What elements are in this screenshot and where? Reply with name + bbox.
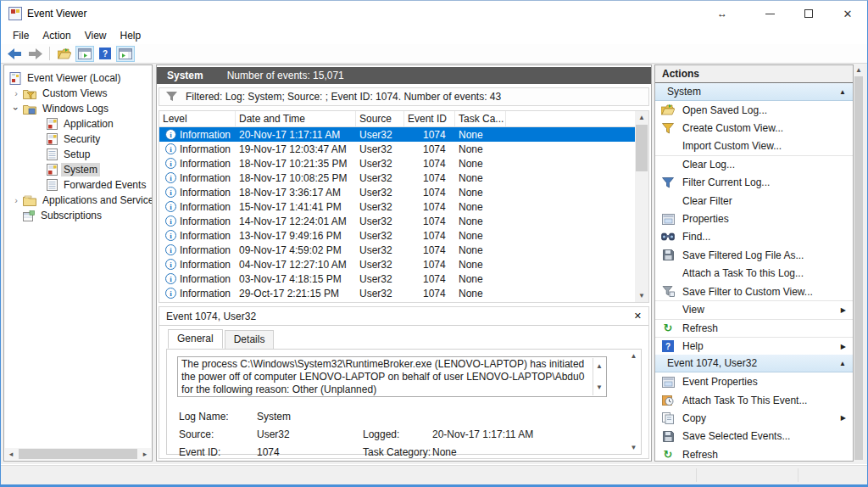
back-button[interactable] bbox=[5, 46, 24, 62]
action-help[interactable]: ?Help▶ bbox=[655, 337, 853, 355]
actions-body: System▲Open Saved Log...Create Custom Vi… bbox=[655, 83, 853, 462]
menu-help[interactable]: Help bbox=[114, 27, 148, 44]
tree-item-label: Windows Logs bbox=[40, 102, 111, 115]
action-event-properties[interactable]: Event Properties bbox=[655, 372, 853, 390]
task-category-cell: None bbox=[455, 201, 506, 213]
action-refresh[interactable]: ↻Refresh bbox=[655, 319, 853, 337]
forward-button[interactable] bbox=[25, 46, 44, 62]
action-save-filter-to-custom-view[interactable]: Save Filter to Custom View... bbox=[655, 283, 853, 300]
action-clear-filter[interactable]: Clear Filter bbox=[655, 192, 853, 210]
chevron-right-icon[interactable]: › bbox=[9, 88, 23, 98]
scroll-up-icon[interactable]: ▲ bbox=[631, 352, 637, 360]
action-filter-current-log[interactable]: Filter Current Log... bbox=[655, 174, 853, 192]
log-event-icon bbox=[47, 164, 58, 176]
tree-item-windows-logs[interactable]: ›Windows Logs bbox=[4, 101, 152, 116]
action-attach-a-task-to-this-log[interactable]: Attach a Task To this Log... bbox=[655, 265, 853, 283]
tab-details[interactable]: Details bbox=[225, 330, 275, 349]
scroll-down-icon[interactable]: ▼ bbox=[631, 444, 637, 451]
close-button[interactable]: ✕ bbox=[828, 1, 867, 26]
minimize-button[interactable] bbox=[750, 1, 789, 26]
collapse-icon[interactable]: ▲ bbox=[839, 360, 846, 367]
action-create-custom-view[interactable]: Create Custom View... bbox=[655, 119, 853, 137]
tree-horizontal-scrollbar[interactable]: ◂ ▸ bbox=[5, 448, 151, 460]
event-row[interactable]: iInformation18-Nov-17 3:36:17 AMUser3210… bbox=[159, 185, 635, 199]
tab-general[interactable]: General bbox=[168, 329, 223, 349]
action-properties[interactable]: Properties bbox=[655, 210, 853, 227]
event-row[interactable]: iInformation29-Oct-17 2:21:15 PMUser3210… bbox=[159, 286, 635, 300]
chevron-down-icon[interactable]: › bbox=[9, 104, 23, 114]
menu-file[interactable]: File bbox=[6, 27, 36, 44]
tree-item-system[interactable]: System bbox=[4, 162, 152, 177]
datetime-cell: 29-Oct-17 2:21:15 PM bbox=[236, 288, 356, 299]
tree-item-application[interactable]: Application bbox=[4, 116, 152, 132]
source-cell: User32 bbox=[356, 187, 404, 199]
information-icon: i bbox=[165, 201, 176, 212]
log-event-icon bbox=[47, 118, 58, 130]
column-header-source[interactable]: Source bbox=[356, 111, 404, 126]
close-details-icon[interactable]: ✕ bbox=[634, 311, 642, 322]
filter-notice-bar: Filtered: Log: System; Source: ; Event I… bbox=[159, 87, 649, 106]
event-row[interactable]: iInformation09-Nov-17 4:59:02 PMUser3210… bbox=[159, 243, 635, 257]
chevron-right-icon[interactable]: › bbox=[9, 195, 23, 205]
menu-action[interactable]: Action bbox=[36, 27, 77, 44]
help-button[interactable]: ? bbox=[96, 46, 114, 62]
scroll-down-icon[interactable]: ▼ bbox=[596, 381, 603, 394]
actions-section-event-1074-user32[interactable]: Event 1074, User32▲ bbox=[655, 355, 853, 372]
action-import-custom-view[interactable]: Import Custom View... bbox=[655, 137, 853, 155]
console-action-button[interactable] bbox=[116, 46, 135, 62]
console-tree-button[interactable] bbox=[75, 46, 94, 62]
action-view[interactable]: View▶ bbox=[655, 300, 853, 318]
action-find[interactable]: Find... bbox=[655, 228, 853, 246]
event-row[interactable]: iInformation18-Nov-17 10:21:35 PMUser321… bbox=[159, 156, 635, 171]
actions-section-system[interactable]: System▲ bbox=[655, 83, 853, 101]
tree-item-subscriptions[interactable]: Subscriptions bbox=[4, 208, 152, 223]
event-row[interactable]: iInformation19-Nov-17 12:03:47 AMUser321… bbox=[159, 142, 635, 156]
open-folder-button[interactable] bbox=[55, 46, 74, 62]
column-header-task-ca-[interactable]: Task Ca... bbox=[455, 111, 506, 126]
collapse-icon[interactable]: ▲ bbox=[839, 88, 846, 96]
tree-item-applications-and-services-log[interactable]: ›Applications and Services Log bbox=[4, 193, 152, 208]
events-vertical-scrollbar[interactable]: ▲ ▼ bbox=[635, 111, 648, 302]
event-id-cell: 1074 bbox=[404, 273, 455, 285]
tree-item-custom-views[interactable]: ›Custom Views bbox=[4, 86, 152, 101]
event-id-cell: 1074 bbox=[404, 143, 455, 155]
actions-vertical-scrollbar[interactable]: ▲ bbox=[854, 64, 864, 462]
console-tree-icon bbox=[78, 48, 92, 59]
scrollbar-thumb[interactable] bbox=[636, 125, 648, 171]
action-save-selected-events[interactable]: Save Selected Events... bbox=[655, 428, 853, 445]
event-row[interactable]: iInformation14-Nov-17 12:24:01 AMUser321… bbox=[159, 214, 635, 228]
details-scrollbar[interactable]: ▲▼ bbox=[627, 350, 640, 453]
scrollbar-thumb[interactable] bbox=[854, 76, 863, 460]
event-row[interactable]: iInformation15-Nov-17 1:41:41 PMUser3210… bbox=[159, 199, 635, 214]
event-row[interactable]: iInformation13-Nov-17 9:49:16 PMUser3210… bbox=[159, 228, 635, 243]
tree-item-forwarded-events[interactable]: Forwarded Events bbox=[4, 177, 152, 193]
event-row[interactable]: iInformation04-Nov-17 12:27:10 AMUser321… bbox=[159, 257, 635, 271]
scroll-up-icon[interactable]: ▲ bbox=[635, 111, 648, 124]
column-header-date-and-time[interactable]: Date and Time bbox=[236, 111, 356, 126]
event-description-box[interactable]: The process C:\Windows\System32\RuntimeB… bbox=[177, 356, 607, 397]
scroll-left-icon[interactable]: ◂ bbox=[5, 450, 17, 458]
scroll-up-icon[interactable]: ▲ bbox=[596, 360, 603, 372]
event-row[interactable]: iInformation18-Nov-17 10:08:25 PMUser321… bbox=[159, 171, 635, 185]
filter-icon bbox=[166, 92, 177, 102]
scrollbar-thumb[interactable] bbox=[19, 449, 137, 459]
action-save-filtered-log-file-as[interactable]: Save Filtered Log File As... bbox=[655, 246, 853, 264]
event-row[interactable]: iInformation20-Nov-17 1:17:11 AMUser3210… bbox=[159, 127, 635, 142]
action-attach-task-to-this-event[interactable]: Attach Task To This Event... bbox=[655, 391, 853, 409]
tree-item-security[interactable]: Security bbox=[4, 132, 152, 147]
scroll-down-icon[interactable]: ▼ bbox=[635, 289, 648, 302]
event-row[interactable]: iInformation03-Nov-17 4:18:15 PMUser3210… bbox=[159, 271, 635, 286]
column-header-level[interactable]: Level bbox=[159, 111, 236, 126]
action-refresh[interactable]: ↻Refresh bbox=[655, 445, 853, 462]
action-clear-log[interactable]: Clear Log... bbox=[655, 155, 853, 173]
tree-item-event-viewer-local-[interactable]: Event Viewer (Local) bbox=[4, 70, 152, 86]
tree-item-setup[interactable]: Setup bbox=[4, 147, 152, 162]
description-scrollbar[interactable]: ▲▼ bbox=[593, 358, 605, 395]
maximize-button[interactable] bbox=[789, 1, 828, 26]
action-open-saved-log[interactable]: Open Saved Log... bbox=[655, 101, 853, 119]
scroll-right-icon[interactable]: ▸ bbox=[139, 450, 151, 458]
column-header-event-id[interactable]: Event ID bbox=[404, 111, 455, 126]
menu-view[interactable]: View bbox=[78, 27, 114, 44]
scroll-up-icon[interactable]: ▲ bbox=[854, 64, 864, 76]
action-copy[interactable]: Copy▶ bbox=[655, 409, 853, 427]
